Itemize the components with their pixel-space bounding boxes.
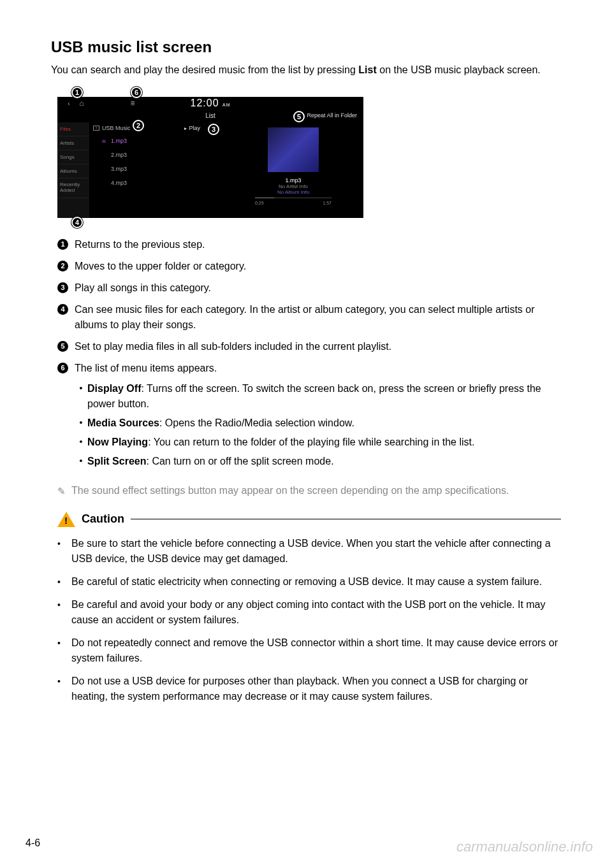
callout-2: 2 xyxy=(133,120,144,131)
num-badge-4: 4 xyxy=(57,304,68,315)
page-title: USB music list screen xyxy=(51,38,561,56)
file-list: ıIı1.mp3 2.mp3 3.mp3 4.mp3 xyxy=(89,134,223,218)
up-folder-label: USB Music xyxy=(102,125,131,131)
up-folder-icon: ↑ xyxy=(93,126,99,131)
bullet-icon: • xyxy=(57,637,71,650)
submenu-text: : Turns off the screen. To switch the sc… xyxy=(87,383,541,409)
caution-item: Be sure to start the vehicle before conn… xyxy=(71,536,561,567)
category-sidebar: Files Artists Songs Albums Recently Adde… xyxy=(57,122,89,218)
clock-time: 12:00 xyxy=(191,98,219,108)
callout-1: 1 xyxy=(71,87,83,98)
intro-paragraph: You can search and play the desired musi… xyxy=(51,62,561,78)
menu-icon[interactable]: ≡ xyxy=(126,99,139,108)
caution-divider xyxy=(131,519,561,519)
intro-strong: List xyxy=(358,64,376,75)
repeat-all-button[interactable]: Repeat All in Folder xyxy=(299,112,357,119)
np-artist: No Artist Info xyxy=(223,184,363,189)
np-album: No Album Info xyxy=(223,189,363,195)
play-icon: ▸ xyxy=(184,126,187,131)
caution-label: Caution xyxy=(82,512,124,526)
page-number: 4-6 xyxy=(26,837,40,849)
screen-topbar: ‹ ⌂ ≡ 12:00 AM xyxy=(57,97,363,110)
sidebar-item-albums[interactable]: Albums xyxy=(57,164,89,178)
clock-display: 12:00 AM xyxy=(191,98,231,109)
submenu-bold: Media Sources xyxy=(87,417,159,428)
file-name: 4.mp3 xyxy=(111,180,127,186)
caution-item: Do not use a USB device for purposes oth… xyxy=(71,674,561,704)
intro-text-1: You can search and play the desired musi… xyxy=(51,64,358,75)
now-playing-panel: 1.mp3 No Artist Info No Album Info 0:291… xyxy=(223,121,363,218)
file-name: 2.mp3 xyxy=(111,152,127,158)
bullet-icon: • xyxy=(75,454,87,468)
sidebar-item-songs[interactable]: Songs xyxy=(57,150,89,164)
callout-5: 5 xyxy=(293,111,305,122)
desc-4: Can see music files for each category. I… xyxy=(75,302,561,333)
num-badge-3: 3 xyxy=(57,282,68,293)
sidebar-item-recent[interactable]: Recently Added xyxy=(57,178,89,198)
submenu-bold: Display Off xyxy=(87,383,141,394)
np-track-title: 1.mp3 xyxy=(223,177,363,184)
submenu-text: : You can return to the folder of the pl… xyxy=(148,437,474,447)
file-name: 1.mp3 xyxy=(111,138,127,144)
bullet-icon: • xyxy=(57,537,71,551)
list-item[interactable]: ıIı1.mp3 xyxy=(89,134,223,148)
note-block: ✎ The sound effect settings button may a… xyxy=(57,483,561,499)
submenu-bold: Split Screen xyxy=(87,456,146,467)
caution-item: Be careful of static electricity when co… xyxy=(71,574,542,590)
caution-item: Do not repeatedly connect and remove the… xyxy=(71,635,561,666)
repeat-label: Repeat All in Folder xyxy=(307,112,357,119)
list-item[interactable]: 4.mp3 xyxy=(89,176,223,190)
bullet-icon: • xyxy=(75,382,87,395)
play-all-label: Play xyxy=(189,125,200,131)
bullet-icon: • xyxy=(57,575,71,589)
desc-6-text: The list of menu items appears. xyxy=(75,363,217,373)
caution-item: Be careful and avoid your body or any ob… xyxy=(71,597,561,628)
submenu-bold: Now Playing xyxy=(87,437,148,447)
note-icon: ✎ xyxy=(57,484,71,499)
submenu-media-sources: Media Sources: Opens the Radio/Media sel… xyxy=(87,416,561,431)
submenu-text: : Can turn on or off the split screen mo… xyxy=(146,456,333,467)
time-total: 1:57 xyxy=(323,201,332,205)
up-folder-button[interactable]: ↑USB Music xyxy=(93,125,131,131)
desc-2: Moves to the upper folder or category. xyxy=(75,259,561,274)
desc-5: Set to play media files in all sub-folde… xyxy=(75,339,561,354)
submenu-display-off: Display Off: Turns off the screen. To sw… xyxy=(87,381,561,412)
file-name: 3.mp3 xyxy=(111,166,127,172)
watermark: carmanualsonline.info xyxy=(456,839,593,855)
desc-6: The list of menu items appears. •Display… xyxy=(75,361,561,473)
progress-fill xyxy=(255,198,274,198)
bullet-icon: • xyxy=(57,598,71,612)
caution-list: •Be sure to start the vehicle before con… xyxy=(57,536,561,704)
sidebar-item-artists[interactable]: Artists xyxy=(57,136,89,150)
time-elapsed: 0:29 xyxy=(255,201,264,205)
screen-header-title: List xyxy=(205,112,215,119)
submenu-split-screen: Split Screen: Can turn on or off the spl… xyxy=(87,454,561,469)
home-icon[interactable]: ⌂ xyxy=(75,99,88,108)
folder-row: ↑USB Music ▸Play xyxy=(89,121,223,135)
desc-3: Play all songs in this category. xyxy=(75,280,561,296)
num-badge-1: 1 xyxy=(57,239,68,250)
progress-times: 0:291:57 xyxy=(255,201,332,205)
note-text: The sound effect settings button may app… xyxy=(71,483,509,498)
intro-text-2: on the USB music playback screen. xyxy=(377,64,541,75)
clock-ampm: AM xyxy=(222,103,231,107)
screenshot-figure: 1 6 2 3 5 4 ‹ ⌂ ≡ 12:00 AM List Repeat A… xyxy=(57,97,363,218)
album-art xyxy=(268,127,319,172)
num-badge-6: 6 xyxy=(57,363,68,373)
caution-icon xyxy=(57,512,75,527)
callout-descriptions: 1Returns to the previous step. 2Moves to… xyxy=(57,237,561,473)
callout-6: 6 xyxy=(131,87,142,98)
sidebar-item-files[interactable]: Files xyxy=(57,122,89,136)
now-playing-icon: ıIı xyxy=(102,139,107,143)
list-item[interactable]: 2.mp3 xyxy=(89,148,223,162)
num-badge-5: 5 xyxy=(57,341,68,352)
bullet-icon: • xyxy=(57,675,71,688)
submenu-now-playing: Now Playing: You can return to the folde… xyxy=(87,435,561,450)
bullet-icon: • xyxy=(75,416,87,430)
list-item[interactable]: 3.mp3 xyxy=(89,162,223,176)
desc-1: Returns to the previous step. xyxy=(75,237,561,252)
back-icon[interactable]: ‹ xyxy=(62,100,75,107)
callout-3: 3 xyxy=(208,124,219,135)
num-badge-2: 2 xyxy=(57,261,68,271)
progress-bar[interactable] xyxy=(255,198,332,198)
